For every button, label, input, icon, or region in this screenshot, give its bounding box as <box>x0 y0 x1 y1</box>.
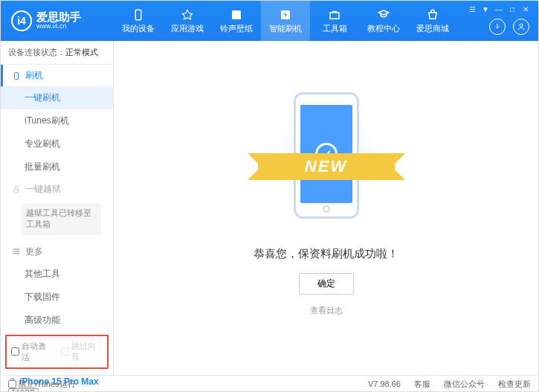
block-itunes-checkbox[interactable]: 阻止iTunes运行 <box>8 379 76 390</box>
skip-guide-checkbox[interactable]: 跳过向导 <box>61 341 103 363</box>
auto-activate-checkbox[interactable]: 自动激活 <box>11 341 54 363</box>
sidebar: 设备连接状态：正常模式 刷机 一键刷机 iTunes刷机 专业刷机 批量刷机 一… <box>1 41 114 375</box>
svg-rect-3 <box>330 13 339 19</box>
version-label: V7.98.66 <box>368 379 401 388</box>
logo-icon: i4 <box>11 10 32 31</box>
close-icon[interactable]: ✕ <box>520 5 531 13</box>
maximize-icon[interactable]: □ <box>507 5 517 13</box>
sidebar-group-jailbreak: 一键越狱 <box>1 179 113 200</box>
sidebar-group-flash[interactable]: 刷机 <box>1 65 113 86</box>
svg-rect-5 <box>15 72 19 79</box>
svg-rect-6 <box>14 189 19 193</box>
flash-icon <box>278 8 293 22</box>
nav-my-device[interactable]: 我的设备 <box>114 1 163 41</box>
nav-ringtones[interactable]: 铃声壁纸 <box>212 1 261 41</box>
app-title: 爱思助手 <box>36 11 81 24</box>
view-log-link[interactable]: 查看日志 <box>310 305 343 316</box>
minimize-icon[interactable]: — <box>494 5 504 13</box>
sidebar-item-itunes-flash[interactable]: iTunes刷机 <box>1 109 113 132</box>
nav-apps[interactable]: 应用游戏 <box>163 1 212 41</box>
svg-rect-1 <box>232 10 241 19</box>
nav-flash[interactable]: 智能刷机 <box>261 1 310 41</box>
wallpaper-icon <box>229 8 244 22</box>
app-url: www.i4.cn <box>36 23 81 30</box>
app-logo: i4 爱思助手 www.i4.cn <box>1 10 114 31</box>
nav-toolbox[interactable]: 工具箱 <box>310 1 359 41</box>
success-message: 恭喜您，保资料刷机成功啦！ <box>254 247 398 261</box>
window-controls: ☰ ▼ — □ ✕ <box>467 5 531 13</box>
sidebar-item-pro-flash[interactable]: 专业刷机 <box>1 132 113 155</box>
sidebar-item-batch-flash[interactable]: 批量刷机 <box>1 155 113 179</box>
main-content: NEW 恭喜您，保资料刷机成功啦！ 确定 查看日志 <box>114 41 538 375</box>
sidebar-item-onekey-flash[interactable]: 一键刷机 <box>1 86 113 109</box>
new-ribbon: NEW <box>258 150 395 183</box>
wechat-link[interactable]: 微信公众号 <box>444 379 485 390</box>
connection-status: 设备连接状态：正常模式 <box>1 41 113 65</box>
tutorial-icon <box>376 8 391 22</box>
toolbox-icon <box>327 8 342 22</box>
sidebar-item-other-tools[interactable]: 其他工具 <box>1 263 113 286</box>
svg-rect-0 <box>135 10 141 20</box>
main-nav: 我的设备 应用游戏 铃声壁纸 智能刷机 工具箱 教程中心 爱思商城 <box>114 1 457 41</box>
sidebar-item-advanced[interactable]: 高级功能 <box>1 309 113 332</box>
apps-icon <box>180 8 195 22</box>
store-icon <box>425 8 440 22</box>
check-update-link[interactable]: 检查更新 <box>498 379 531 390</box>
confirm-button[interactable]: 确定 <box>299 273 354 295</box>
success-illustration: NEW <box>267 85 386 234</box>
sidebar-group-more[interactable]: 更多 <box>1 241 113 263</box>
lock-icon[interactable]: ▼ <box>480 5 491 13</box>
download-button[interactable] <box>489 19 506 35</box>
sidebar-item-download-firmware[interactable]: 下载固件 <box>1 286 113 309</box>
device-icon <box>131 8 146 22</box>
nav-store[interactable]: 爱思商城 <box>408 1 457 41</box>
menu-icon[interactable]: ☰ <box>467 5 477 13</box>
options-highlight-box: 自动激活 跳过向导 <box>5 335 109 369</box>
support-link[interactable]: 客服 <box>414 379 430 390</box>
title-bar: i4 爱思助手 www.i4.cn 我的设备 应用游戏 铃声壁纸 智能刷机 工具… <box>1 1 538 41</box>
svg-point-4 <box>520 24 523 27</box>
nav-tutorials[interactable]: 教程中心 <box>359 1 408 41</box>
jailbreak-note: 越狱工具已转移至工具箱 <box>22 203 101 235</box>
user-button[interactable] <box>513 19 529 35</box>
